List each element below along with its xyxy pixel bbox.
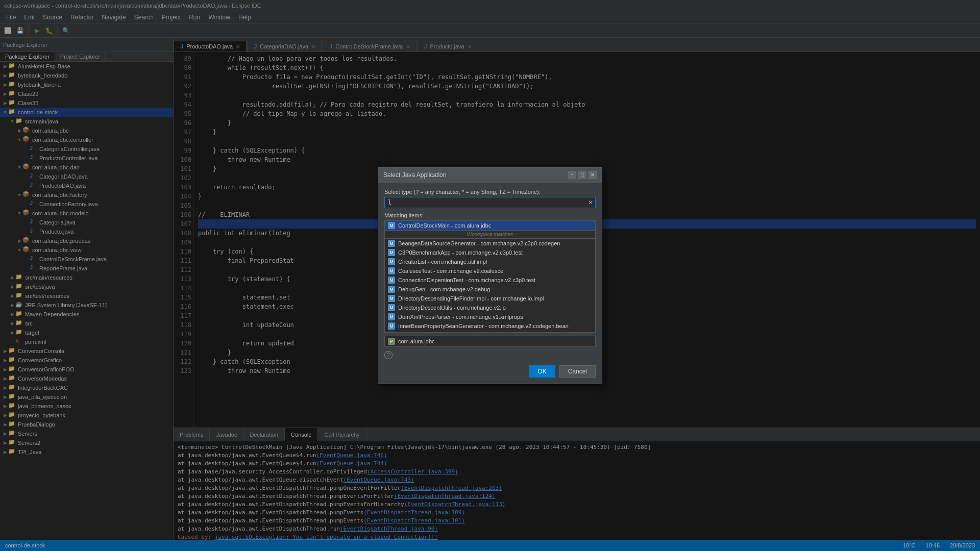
dialog-close-button[interactable]: ✕ <box>589 171 597 179</box>
match-item-10[interactable]: MDomXmlPropsParser - com.mchange.v1.xmlp… <box>385 312 595 321</box>
dialog-help-area: ? <box>384 351 596 359</box>
match-label-2: BeangenDataSourceGenerator - com.mchange… <box>398 240 560 246</box>
dialog-title-buttons: − □ ✕ <box>568 171 597 179</box>
match-label-4: CircularList - com.mchange.util.impl <box>398 259 487 265</box>
match-icon-7: M <box>388 286 395 293</box>
match-item-2[interactable]: MBeangenDataSourceGenerator - com.mchang… <box>385 239 595 248</box>
dialog-actions: OK Cancel <box>384 365 596 378</box>
match-label-12: InternalNameUtils - com.mchange.v1.jvm <box>398 332 501 333</box>
match-item-1[interactable]: — Workspace matches — <box>385 230 595 239</box>
match-item-9[interactable]: MDirectoryDescentUtils - com.mchange.v2.… <box>385 303 595 312</box>
dialog-maximize-button[interactable]: □ <box>578 171 586 179</box>
match-icon-11: M <box>388 322 395 330</box>
dialog-ok-button[interactable]: OK <box>529 365 555 378</box>
match-item-0[interactable]: MControlDeStockMain - com.alura.jdbc <box>385 221 595 230</box>
match-icon-4: M <box>388 258 395 265</box>
dialog-title-bar: Select Java Application − □ ✕ <box>378 168 602 183</box>
dialog-type-label: Select type (? = any character, * = any … <box>384 189 596 195</box>
dialog-clear-button[interactable]: ✕ <box>586 198 595 207</box>
match-icon-5: M <box>388 267 395 274</box>
dialog-overlay: Select Java Application − □ ✕ Select typ… <box>0 0 980 551</box>
select-java-dialog: Select Java Application − □ ✕ Select typ… <box>378 167 602 384</box>
match-icon-2: M <box>388 240 395 247</box>
match-icon-3: M <box>388 249 395 256</box>
dialog-search-box: ✕ <box>384 197 596 208</box>
match-item-11[interactable]: MInnerBeanPropertyBeanGenerator - com.mc… <box>385 321 595 331</box>
dialog-cancel-button[interactable]: Cancel <box>559 365 596 378</box>
dialog-package-box: P com.alura.jdbc <box>384 336 596 347</box>
match-icon-8: M <box>388 295 395 302</box>
dialog-body: Select type (? = any character, * = any … <box>378 183 602 384</box>
match-item-7[interactable]: MDebugGen - com.mchange.v2.debug <box>385 285 595 294</box>
match-label-3: C3P0BenchmarkApp - com.mchange.v2.c3p0.t… <box>398 249 523 256</box>
match-item-8[interactable]: MDirectoryDescendingFileFinderImpl - com… <box>385 294 595 303</box>
match-label-6: ConnectionDispersionTest - com.mchange.v… <box>398 277 535 283</box>
match-label-8: DirectoryDescendingFileFinderImpl - com.… <box>398 295 544 302</box>
match-item-5[interactable]: MCoalesceTest - com.mchange.v2.coalesce <box>385 266 595 276</box>
match-label-5: CoalesceTest - com.mchange.v2.coalesce <box>398 268 503 274</box>
dialog-minimize-button[interactable]: − <box>568 171 576 179</box>
match-label-0: ControlDeStockMain - com.alura.jdbc <box>398 222 491 229</box>
match-icon-6: M <box>388 277 395 284</box>
dialog-package-text: com.alura.jdbc <box>398 338 435 344</box>
help-icon[interactable]: ? <box>384 351 393 359</box>
matching-list[interactable]: MControlDeStockMain - com.alura.jdbc— Wo… <box>384 220 596 333</box>
match-label-7: DebugGen - com.mchange.v2.debug <box>398 286 490 292</box>
match-item-12[interactable]: MInternalNameUtils - com.mchange.v1.jvm <box>385 331 595 333</box>
match-item-6[interactable]: MConnectionDispersionTest - com.mchange.… <box>385 276 595 285</box>
matching-items-label: Matching items: <box>384 212 596 218</box>
match-item-3[interactable]: MC3P0BenchmarkApp - com.mchange.v2.c3p0.… <box>385 248 595 257</box>
match-icon-12: M <box>388 332 395 333</box>
match-icon-10: M <box>388 313 395 320</box>
dialog-type-input[interactable] <box>385 197 586 208</box>
match-label-11: InnerBeanPropertyBeanGenerator - com.mch… <box>398 323 569 329</box>
match-icon-9: M <box>388 304 395 311</box>
match-label-10: DomXmlPropsParser - com.mchange.v1.xmlpr… <box>398 314 523 320</box>
match-icon-0: M <box>388 222 395 229</box>
match-label-9: DirectoryDescentUtils - com.mchange.v2.i… <box>398 305 506 311</box>
package-icon: P <box>388 338 395 345</box>
dialog-title-text: Select Java Application <box>383 171 446 179</box>
match-item-4[interactable]: MCircularList - com.mchange.util.impl <box>385 257 595 266</box>
